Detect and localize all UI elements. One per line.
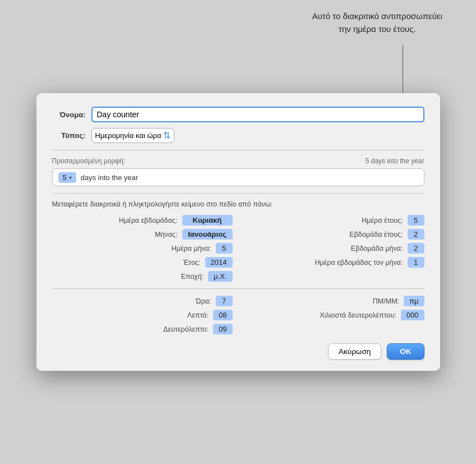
dialog: Όνομα: Τύπος: Ημερομηνία και ώρα ⇅ Προσα… [36,93,440,371]
format-section: Προσαρμοσμένη μορφή: 5 days into the yea… [52,157,424,186]
minute-row: Λεπτό: 08 [52,310,233,320]
ampm-label: ΠΜ/ΜΜ: [373,297,399,305]
second-row-right-placeholder [244,324,424,334]
millisecond-row: Χιλιοστά δευτερολέπτου: 000 [244,310,424,320]
ok-button[interactable]: OK [387,343,424,360]
day-of-year-badge[interactable]: 5 [408,215,424,226]
era-row-right-placeholder [244,271,424,282]
token-value: 5 [63,173,67,182]
era-row: Εποχή: μ.Χ. [52,271,233,282]
type-label: Τύπος: [52,131,91,140]
format-bar[interactable]: 5 ▾ days into the year [52,168,424,186]
millisecond-label: Χιλιοστά δευτερολέπτου: [320,311,396,319]
ampm-row: ΠΜ/ΜΜ: πμ [244,296,424,306]
week-of-year-badge[interactable]: 2 [408,229,424,240]
divider-1 [52,150,424,150]
hour-label: Ώρα: [196,297,211,305]
day-label: Ημέρα μήνα: [172,245,211,252]
era-label: Εποχή: [181,273,204,281]
second-row: Δευτερόλεπτο: 09 [52,324,233,334]
weekday-row: Ημέρα εβδομάδας: Κυριακή [52,215,233,226]
era-badge[interactable]: μ.Χ. [208,271,232,282]
day-badge[interactable]: 5 [216,243,233,254]
token-dropdown-arrow: ▾ [69,174,72,181]
month-row: Μήνας: Ιανουάριος [52,229,233,240]
month-badge[interactable]: Ιανουάριος [182,229,233,240]
week-of-month-row: Εβδομάδα μήνα: 2 [244,243,424,254]
chevron-icon: ⇅ [163,130,170,141]
name-input[interactable] [91,107,424,122]
type-row: Τύπος: Ημερομηνία και ώρα ⇅ [52,128,424,143]
year-row: Έτος: 2014 [52,257,233,268]
cancel-button[interactable]: Ακύρωση [328,343,381,360]
buttons-row: Ακύρωση OK [52,343,424,360]
day-of-year-label: Ημέρα έτους: [362,217,403,224]
hour-row: Ώρα: 7 [52,296,233,306]
drag-hint: Μεταφέρετε διακριτικά ή πληκτρολογήστε κ… [52,200,424,208]
second-label: Δευτερόλεπτο: [163,325,209,333]
month-label: Μήνας: [155,231,177,238]
tooltip-text: Αυτό το διακριτικό αντιπροσωπεύει την ημ… [312,10,442,35]
ampm-badge[interactable]: πμ [404,296,424,306]
year-label: Έτος: [183,259,201,267]
weekday-of-month-label: Ημέρα εβδομάδας τον μήνα: [315,259,403,267]
hour-badge[interactable]: 7 [216,296,233,306]
divider-3 [52,288,424,289]
weekday-label: Ημέρα εβδομάδας: [119,217,177,224]
week-of-month-label: Εβδομάδα μήνα: [351,245,403,252]
format-bar-text: days into the year [81,173,138,182]
week-of-year-label: Εβδομάδα έτους: [349,231,403,238]
millisecond-badge[interactable]: 000 [401,310,424,320]
format-header: Προσαρμοσμένη μορφή: 5 days into the yea… [52,157,424,165]
format-section-label: Προσαρμοσμένη μορφή: [52,157,126,165]
format-preview: 5 days into the year [366,157,424,165]
name-row: Όνομα: [52,107,424,122]
day-of-year-row: Ημέρα έτους: 5 [244,215,424,226]
divider-2 [52,193,424,194]
type-select[interactable]: Ημερομηνία και ώρα ⇅ [91,128,175,143]
year-badge[interactable]: 2014 [205,257,233,268]
date-fields-grid: Ημέρα εβδομάδας: Κυριακή Ημέρα έτους: 5 … [52,215,424,282]
second-badge[interactable]: 09 [213,324,232,334]
weekday-of-month-badge[interactable]: 1 [408,257,424,268]
minute-badge[interactable]: 08 [213,310,232,320]
week-of-month-badge[interactable]: 2 [408,243,424,254]
day-row: Ημέρα μήνα: 5 [52,243,233,254]
name-label: Όνομα: [52,111,91,119]
token-badge[interactable]: 5 ▾ [58,172,76,183]
weekday-of-month-row: Ημέρα εβδομάδας τον μήνα: 1 [244,257,424,268]
minute-label: Λεπτό: [187,311,209,319]
weekday-badge[interactable]: Κυριακή [182,215,233,226]
week-of-year-row: Εβδομάδα έτους: 2 [244,229,424,240]
time-fields-grid: Ώρα: 7 ΠΜ/ΜΜ: πμ Λεπτό: 08 Χιλιοστά δευτ… [52,296,424,334]
type-value: Ημερομηνία και ώρα [95,131,161,140]
